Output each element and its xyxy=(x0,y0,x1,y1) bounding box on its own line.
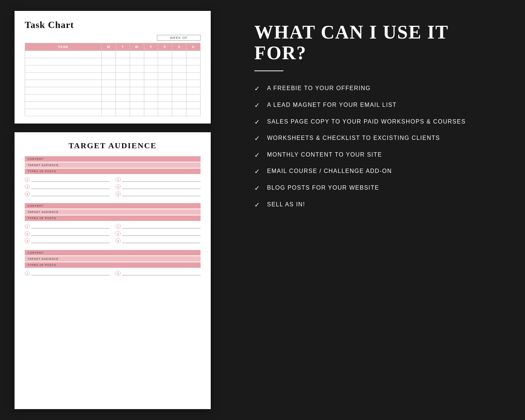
table-row xyxy=(25,109,201,116)
columns-row: 1 2 3 xyxy=(25,224,201,243)
divider-line xyxy=(254,70,283,71)
left-panel: Task Chart WEEK OF TASK M T W T F S S xyxy=(0,0,225,420)
list-line xyxy=(122,239,201,243)
col-list-1: 1 2 3 xyxy=(25,177,110,197)
thu-header: T xyxy=(144,43,158,51)
target-audience-label: TARGET AUDIENCE xyxy=(25,256,201,262)
table-row xyxy=(25,58,201,65)
list-line xyxy=(122,231,201,236)
target-section: CONTENT: TARGET AUDIENCE TYPES OF POSTS … xyxy=(25,156,201,197)
types-of-posts-label: TYPES OF POSTS xyxy=(25,215,201,221)
task-header: TASK xyxy=(25,43,102,51)
use-item: ✓ EMAIL COURSE / CHALLENGE ADD-ON xyxy=(254,167,496,176)
list-item: 1 xyxy=(116,271,201,276)
circle-num: 3 xyxy=(116,191,121,197)
table-row xyxy=(25,94,201,102)
target-sections: CONTENT: TARGET AUDIENCE TYPES OF POSTS … xyxy=(25,156,201,276)
use-item: ✓ A FREEBIE TO YOUR OFFERING xyxy=(254,84,496,93)
use-item-text: SELL AS IN! xyxy=(267,201,305,209)
use-list: ✓ A FREEBIE TO YOUR OFFERING ✓ A LEAD MA… xyxy=(254,84,496,209)
circle-num: 3 xyxy=(25,191,30,197)
list-item: 1 xyxy=(25,224,110,229)
task-chart-table: TASK M T W T F S S xyxy=(25,43,201,116)
columns-row: 1 1 xyxy=(25,271,201,276)
list-item: 2 xyxy=(25,231,110,236)
list-item: 3 xyxy=(116,191,201,197)
columns-row: 1 2 3 xyxy=(25,177,201,197)
checkmark-icon: ✓ xyxy=(254,85,260,93)
checkmark-icon: ✓ xyxy=(254,152,260,159)
circle-num: 3 xyxy=(116,238,121,243)
list-line xyxy=(122,224,201,229)
table-row xyxy=(25,87,201,94)
fri-header: F xyxy=(158,43,172,51)
main-heading: WHAT CAN I USE IT FOR? xyxy=(254,22,496,63)
mon-header: M xyxy=(102,43,116,51)
checkmark-icon: ✓ xyxy=(254,118,260,126)
use-item: ✓ BLOG POSTS FOR YOUR WEBSITE xyxy=(254,184,496,193)
table-row xyxy=(25,80,201,87)
use-item-text: WORKSHEETS & CHECKLIST TO EXCISTING CLIE… xyxy=(267,134,440,142)
target-section: CONTENT: TARGET AUDIENCE TYPES OF POSTS … xyxy=(25,250,201,276)
list-line xyxy=(31,239,110,243)
list-line xyxy=(31,224,110,229)
target-audience-card: Target Audience CONTENT: TARGET AUDIENCE… xyxy=(15,132,211,409)
checkmark-icon: ✓ xyxy=(254,185,260,193)
wed-header: W xyxy=(130,43,144,51)
list-line xyxy=(31,185,110,189)
use-item: ✓ A LEAD MAGNET FOR YOUR EMAIL LIST xyxy=(254,101,496,110)
col-list-2: 1 xyxy=(116,271,201,276)
types-of-posts-label: TYPES OF POSTS xyxy=(25,262,201,268)
list-line xyxy=(122,192,201,196)
list-line xyxy=(122,177,201,182)
circle-num: 1 xyxy=(25,224,30,229)
circle-num: 1 xyxy=(25,271,30,276)
checkmark-icon: ✓ xyxy=(254,201,260,209)
list-item: 3 xyxy=(25,238,110,243)
right-panel: WHAT CAN I USE IT FOR? ✓ A FREEBIE TO YO… xyxy=(225,0,525,420)
list-item: 2 xyxy=(116,184,201,189)
circle-num: 2 xyxy=(116,184,121,189)
use-item-text: A FREEBIE TO YOUR OFFERING xyxy=(267,84,371,92)
list-item: 1 xyxy=(116,177,201,182)
sat-header: S xyxy=(172,43,186,51)
use-item-text: BLOG POSTS FOR YOUR WEBSITE xyxy=(267,184,379,192)
circle-num: 3 xyxy=(25,238,30,243)
col-list-1: 1 xyxy=(25,271,110,276)
col-list-2: 1 2 3 xyxy=(116,177,201,197)
use-item-text: EMAIL COURSE / CHALLENGE ADD-ON xyxy=(267,167,392,175)
list-item: 2 xyxy=(116,231,201,236)
content-label: CONTENT: xyxy=(25,156,201,162)
use-item: ✓ MONTHLY CONTENT TO YOUR SITE xyxy=(254,151,496,159)
list-item: 1 xyxy=(116,224,201,229)
target-audience-label: TARGET AUDIENCE xyxy=(25,162,201,168)
table-row xyxy=(25,51,201,58)
checkmark-icon: ✓ xyxy=(254,168,260,176)
checkmark-icon: ✓ xyxy=(254,135,260,143)
content-label: CONTENT: xyxy=(25,250,201,255)
table-row xyxy=(25,73,201,80)
col-list-1: 1 2 3 xyxy=(25,224,110,243)
use-item-text: A LEAD MAGNET FOR YOUR EMAIL LIST xyxy=(267,101,397,109)
col-list-2: 1 2 3 xyxy=(116,224,201,243)
circle-num: 2 xyxy=(25,184,30,189)
use-item-text: SALES PAGE COPY TO YOUR PAID WORKSHOPS &… xyxy=(267,118,466,126)
circle-num: 2 xyxy=(116,231,121,236)
types-of-posts-label: TYPES OF POSTS xyxy=(25,169,201,174)
content-label: CONTENT: xyxy=(25,203,201,209)
list-line xyxy=(31,177,110,182)
list-line xyxy=(31,231,110,236)
target-audience-label: TARGET AUDIENCE xyxy=(25,209,201,215)
list-item: 1 xyxy=(25,271,110,276)
use-item: ✓ SELL AS IN! xyxy=(254,201,496,209)
checkmark-icon: ✓ xyxy=(254,102,260,110)
list-line xyxy=(31,271,110,275)
circle-num: 1 xyxy=(116,177,121,182)
list-line xyxy=(122,185,201,189)
list-item: 3 xyxy=(116,238,201,243)
use-item: ✓ SALES PAGE COPY TO YOUR PAID WORKSHOPS… xyxy=(254,118,496,126)
target-section: CONTENT: TARGET AUDIENCE TYPES OF POSTS … xyxy=(25,203,201,243)
table-row xyxy=(25,65,201,73)
week-of-row: WEEK OF xyxy=(25,35,201,41)
use-item: ✓ WORKSHEETS & CHECKLIST TO EXCISTING CL… xyxy=(254,134,496,143)
